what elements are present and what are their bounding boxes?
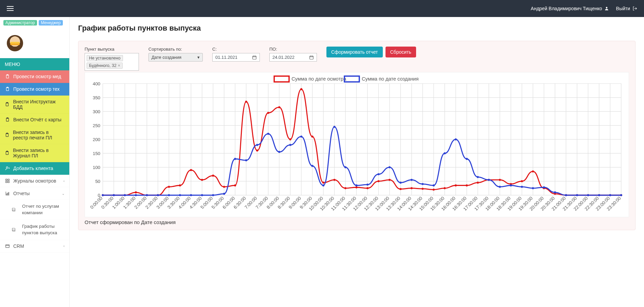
svg-point-176	[477, 182, 479, 184]
point-token-0[interactable]: Не установлено	[87, 55, 123, 61]
avatar[interactable]	[7, 35, 23, 51]
point-select[interactable]: Не установленоБудённого, 32×	[85, 53, 139, 71]
svg-point-157	[267, 112, 269, 114]
svg-point-202	[234, 158, 236, 160]
svg-point-190	[102, 194, 104, 196]
svg-point-163	[333, 179, 335, 181]
svg-point-148	[168, 186, 170, 188]
report-panel: Пункт выпуска Не установленоБудённого, 3…	[78, 41, 636, 230]
point-label: Пункт выпуска	[85, 47, 139, 52]
svg-point-145	[135, 191, 137, 193]
svg-point-193	[135, 194, 137, 196]
sidebar-item-8[interactable]: Отчеты⌄	[0, 187, 69, 200]
svg-point-198	[190, 194, 192, 196]
svg-point-155	[245, 101, 247, 103]
sidebar-item-9[interactable]: CRM‹	[0, 240, 69, 253]
svg-rect-22	[252, 56, 256, 59]
svg-point-217	[399, 182, 401, 184]
sidebar-item-label: Провести осмотр тех	[13, 86, 60, 92]
sidebar-item-label: Внести запись в Журнал ПЛ	[13, 148, 65, 158]
submenu-item-0[interactable]: Отчет по услугам компании	[0, 200, 69, 220]
sidebar-item-2[interactable]: Внести Инструктаж БДД	[0, 96, 69, 114]
sidebar-item-label: Провести осмотр мед	[13, 74, 61, 79]
chevron-icon: ‹	[64, 244, 65, 248]
menu-item-icon	[5, 191, 10, 196]
chart-legend: Сумма по дате осмотраСумма по дате созда…	[274, 76, 418, 82]
date-to-label: ПО:	[269, 47, 317, 52]
sort-select[interactable]: Дате создания ▾	[148, 53, 203, 62]
svg-point-194	[146, 194, 148, 196]
svg-point-213	[355, 184, 357, 186]
sidebar-item-label: Внести Отчёт с карты	[13, 117, 61, 122]
svg-point-162	[322, 182, 324, 184]
svg-point-167	[377, 180, 379, 182]
menu-item-icon	[5, 243, 10, 249]
reset-button[interactable]: Сбросить	[386, 47, 416, 57]
token-remove-icon[interactable]: ×	[118, 63, 120, 68]
sidebar-item-1[interactable]: Провести осмотр тех	[0, 83, 69, 96]
svg-point-207	[289, 144, 291, 146]
menu-header: МЕНЮ	[0, 58, 69, 70]
svg-point-192	[124, 194, 126, 196]
book-icon	[12, 207, 16, 212]
sidebar-item-4[interactable]: Внести запись в реестр печати ПЛ	[0, 126, 69, 144]
svg-point-210	[322, 184, 324, 186]
svg-point-220	[433, 184, 435, 186]
date-to-input[interactable]: 24.01.2022	[269, 53, 317, 62]
date-from-input[interactable]: 01.11.2021	[212, 53, 260, 62]
svg-point-219	[422, 183, 424, 185]
svg-point-153	[223, 186, 225, 188]
user-menu[interactable]: Андрей Владимирович Тищенко	[531, 6, 609, 11]
svg-point-195	[157, 194, 159, 196]
svg-point-209	[311, 165, 314, 167]
submenu-item-1[interactable]: График работы пунктов выпуска	[0, 220, 69, 240]
sidebar-item-5[interactable]: Внести запись в Журнал ПЛ	[0, 144, 69, 162]
role-badge-admin: Администратор	[3, 20, 37, 25]
svg-point-230	[543, 186, 545, 188]
chart: Сумма по дате осмотраСумма по дате созда…	[85, 72, 629, 217]
report-footer: Отчет сформирован по Дате создания	[85, 219, 629, 225]
logout-label: Выйти	[616, 6, 630, 11]
menu-item-icon	[5, 151, 10, 156]
svg-point-191	[113, 194, 115, 196]
menu-item-icon	[5, 117, 10, 122]
svg-point-199	[201, 194, 203, 196]
sidebar-item-7[interactable]: Журналы осмотров‹	[0, 175, 69, 187]
sort-label: Сортировать по:	[148, 47, 203, 52]
point-token-1[interactable]: Будённого, 32×	[87, 63, 123, 69]
svg-point-223	[466, 158, 468, 160]
svg-point-173	[444, 187, 446, 189]
svg-rect-16	[5, 181, 7, 183]
svg-point-0	[606, 7, 608, 8]
calendar-icon	[309, 55, 314, 60]
submit-button[interactable]: Сформировать отчет	[326, 47, 383, 57]
svg-point-172	[433, 189, 435, 191]
svg-text:200: 200	[93, 137, 100, 142]
menu-toggle-button[interactable]	[7, 6, 14, 11]
sidebar-item-6[interactable]: Добавить клиента	[0, 162, 69, 175]
svg-rect-17	[8, 181, 9, 183]
svg-text:100: 100	[93, 165, 100, 170]
svg-point-211	[333, 126, 335, 128]
menu-item-icon	[5, 87, 10, 92]
role-badge-manager: Менеджер	[39, 20, 62, 25]
svg-point-178	[499, 179, 501, 181]
svg-rect-24	[274, 76, 289, 82]
logout-button[interactable]: Выйти	[616, 6, 637, 11]
svg-point-235	[598, 194, 600, 196]
svg-point-229	[532, 187, 534, 189]
svg-text:350: 350	[93, 95, 100, 100]
svg-point-216	[389, 166, 391, 168]
sidebar-item-label: Добавить клиента	[13, 166, 53, 171]
sidebar-item-3[interactable]: Внести Отчёт с карты	[0, 114, 69, 126]
sidebar-item-label: Внести Инструктаж БДД	[13, 99, 65, 110]
svg-point-13	[6, 167, 8, 168]
svg-point-222	[455, 138, 457, 140]
svg-text:400: 400	[93, 81, 100, 86]
svg-rect-18	[6, 193, 7, 195]
user-name: Андрей Владимирович Тищенко	[531, 6, 602, 11]
svg-point-236	[609, 194, 611, 196]
svg-point-200	[212, 194, 214, 196]
svg-point-237	[620, 194, 622, 196]
sidebar-item-0[interactable]: Провести осмотр мед	[0, 70, 69, 83]
